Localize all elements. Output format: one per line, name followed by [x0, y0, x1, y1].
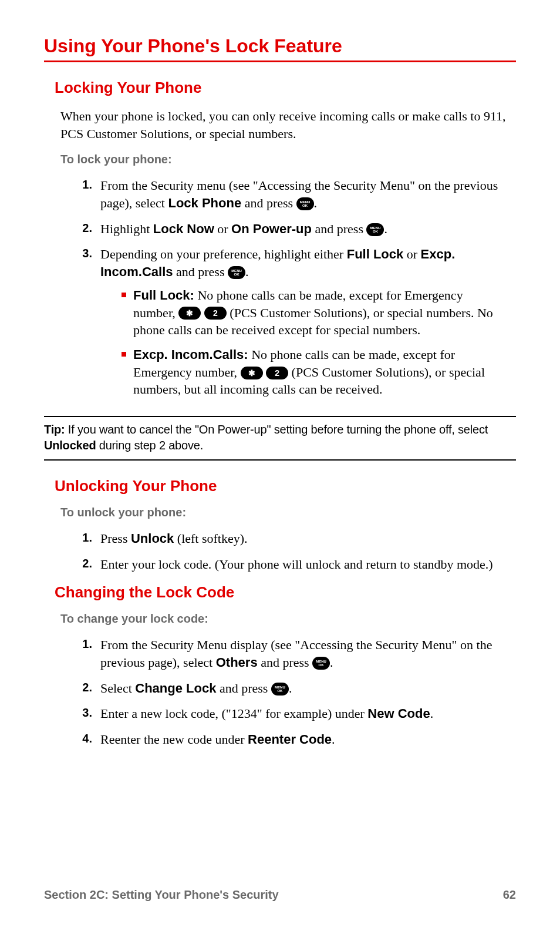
step-number: 4. — [78, 731, 100, 745]
step-number: 3. — [78, 246, 100, 260]
changing-step-3: 3. Enter a new lock code, ("1234" for ex… — [78, 705, 498, 723]
unlocking-instr: To unlock your phone: — [60, 506, 516, 519]
heading-unlocking: Unlocking Your Phone — [55, 477, 516, 495]
bullet-icon — [122, 352, 126, 357]
unlocking-step-2: 2. Enter your lock code. (Your phone wil… — [78, 556, 498, 573]
step-body: Select Change Lock and press MENUOK. — [100, 680, 498, 697]
menu-ok-icon: MENUOK — [228, 266, 245, 279]
step-body: Highlight Lock Now or On Power-up and pr… — [100, 220, 498, 238]
changing-steps: 1. From the Security Menu display (see "… — [78, 636, 498, 748]
step-body: Reenter the new code under Reenter Code. — [100, 731, 498, 748]
step-number: 1. — [78, 177, 100, 191]
locking-step-2: 2. Highlight Lock Now or On Power-up and… — [78, 220, 498, 238]
locking-intro: When your phone is locked, you can only … — [60, 107, 516, 142]
changing-instr: To change your lock code: — [60, 612, 516, 626]
footer-section: Section 2C: Setting Your Phone's Securit… — [44, 888, 279, 902]
step-number: 1. — [78, 530, 100, 545]
step-number: 2. — [78, 220, 100, 235]
page-title: Using Your Phone's Lock Feature — [44, 35, 516, 62]
menu-ok-icon: MENUOK — [271, 683, 289, 696]
step-number: 3. — [78, 705, 100, 720]
tip-box: Tip: If you want to cancel the "On Power… — [44, 416, 516, 461]
step-body: Press Unlock (left softkey). — [100, 530, 498, 547]
locking-steps: 1. From the Security menu (see "Accessin… — [78, 177, 498, 405]
two-key-icon: 2 — [266, 367, 288, 379]
step-body: Depending on your preference, highlight … — [100, 246, 498, 405]
locking-step-3: 3. Depending on your preference, highlig… — [78, 246, 498, 405]
two-key-icon: 2 — [204, 307, 227, 320]
menu-ok-icon: MENUOK — [312, 657, 330, 670]
bullet-full-lock: Full Lock: No phone calls can be made, e… — [122, 287, 498, 339]
unlocking-steps: 1. Press Unlock (left softkey). 2. Enter… — [78, 530, 498, 573]
changing-step-2: 2. Select Change Lock and press MENUOK. — [78, 680, 498, 697]
step-number: 1. — [78, 636, 100, 651]
star-key-icon: ✱ — [241, 367, 263, 379]
changing-step-1: 1. From the Security Menu display (see "… — [78, 636, 498, 671]
changing-step-4: 4. Reenter the new code under Reenter Co… — [78, 731, 498, 748]
menu-ok-icon: MENUOK — [366, 223, 384, 236]
heading-changing: Changing the Lock Code — [55, 583, 516, 602]
step-body: Enter a new lock code, ("1234" for examp… — [100, 705, 498, 723]
page-footer: Section 2C: Setting Your Phone's Securit… — [44, 888, 516, 902]
tip-label: Tip: — [44, 423, 65, 436]
step-body: From the Security Menu display (see "Acc… — [100, 636, 498, 671]
step-number: 2. — [78, 680, 100, 694]
bullet-icon — [122, 293, 126, 297]
footer-page-number: 62 — [503, 888, 516, 902]
locking-instr: To lock your phone: — [60, 153, 516, 166]
step-number: 2. — [78, 556, 100, 570]
star-key-icon: ✱ — [178, 307, 201, 320]
step-body: From the Security menu (see "Accessing t… — [100, 177, 498, 211]
heading-locking: Locking Your Phone — [55, 79, 516, 97]
locking-step-1: 1. From the Security menu (see "Accessin… — [78, 177, 498, 211]
menu-ok-icon: MENUOK — [296, 197, 314, 210]
locking-bullets: Full Lock: No phone calls can be made, e… — [122, 287, 498, 398]
step-body: Enter your lock code. (Your phone will u… — [100, 556, 498, 573]
unlocking-step-1: 1. Press Unlock (left softkey). — [78, 530, 498, 547]
bullet-excp-incom: Excp. Incom.Calls: No phone calls can be… — [122, 346, 498, 398]
